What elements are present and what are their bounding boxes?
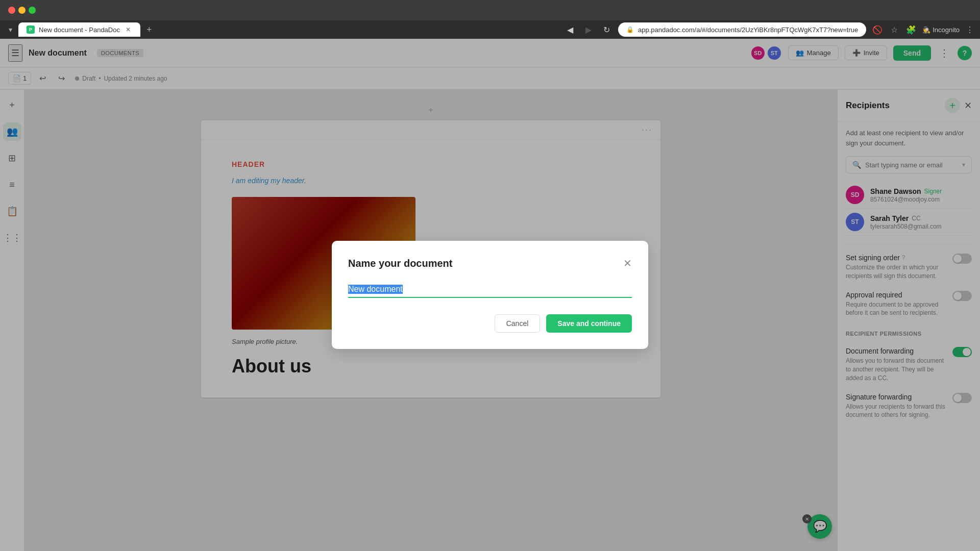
forward-btn[interactable]: ▶ bbox=[581, 22, 596, 37]
modal-header: Name your document ✕ bbox=[348, 257, 632, 269]
window-maximize-btn[interactable] bbox=[29, 7, 36, 14]
lock-icon: 🔒 bbox=[626, 26, 634, 33]
back-btn[interactable]: ◀ bbox=[563, 22, 577, 37]
tab-favicon: P bbox=[27, 26, 35, 34]
window-close-btn[interactable] bbox=[8, 7, 15, 14]
modal-actions: Cancel Save and continue bbox=[348, 314, 632, 333]
cancel-btn[interactable]: Cancel bbox=[495, 314, 541, 333]
incognito-label: 🕵Incognito bbox=[922, 26, 960, 34]
new-tab-btn[interactable]: + bbox=[142, 22, 156, 37]
eye-off-icon[interactable]: 🚫 bbox=[870, 23, 885, 37]
extension-icon[interactable]: 🧩 bbox=[904, 23, 918, 37]
window-minimize-btn[interactable] bbox=[18, 7, 26, 14]
save-continue-btn[interactable]: Save and continue bbox=[546, 314, 632, 333]
modal-close-btn[interactable]: ✕ bbox=[623, 257, 632, 269]
url-bar[interactable]: 🔒 app.pandadoc.com/a/#/documents/2UzYiBK… bbox=[618, 22, 866, 37]
browser-menu-btn[interactable]: ⋮ bbox=[964, 23, 976, 37]
active-tab[interactable]: P New document - PandaDoc ✕ bbox=[18, 22, 140, 37]
tab-close-btn[interactable]: ✕ bbox=[124, 26, 132, 34]
reload-btn[interactable]: ↻ bbox=[600, 22, 614, 37]
modal-title: Name your document bbox=[348, 258, 452, 269]
name-document-modal: Name your document ✕ Cancel Save and con… bbox=[332, 241, 648, 349]
document-name-input[interactable] bbox=[348, 282, 632, 298]
url-text: app.pandadoc.com/a/#/documents/2UzYiBKr8… bbox=[638, 26, 858, 34]
tab-list-btn[interactable]: ▾ bbox=[4, 23, 16, 36]
tab-title: New document - PandaDoc bbox=[39, 26, 120, 34]
bookmark-icon[interactable]: ☆ bbox=[889, 23, 900, 37]
modal-overlay: Name your document ✕ Cancel Save and con… bbox=[0, 39, 980, 551]
